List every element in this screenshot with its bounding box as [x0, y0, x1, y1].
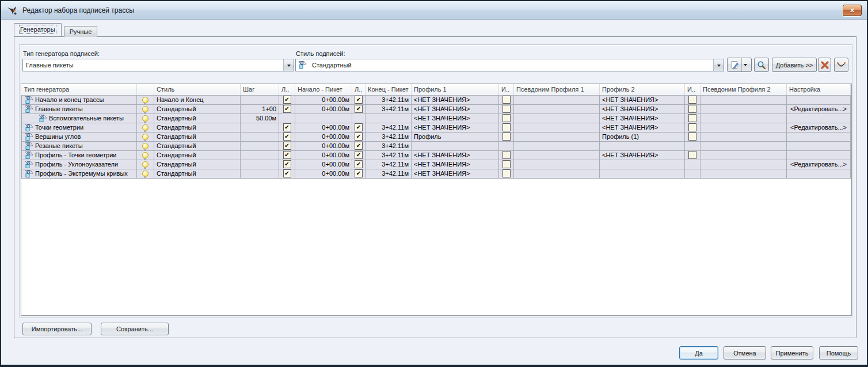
cancel-button[interactable]: Отмена [724, 346, 766, 360]
cell-end_on[interactable]: ✔ [352, 160, 366, 169]
cell-style[interactable]: Начало и Конец [154, 95, 241, 104]
cell-profile1[interactable]: <НЕТ ЗНАЧЕНИЯ> [412, 123, 499, 132]
cell-style[interactable]: Стандартный [154, 123, 241, 132]
checkbox-checked[interactable]: ✔ [355, 96, 363, 104]
cell-profile1[interactable]: <НЕТ ЗНАЧЕНИЯ> [412, 95, 499, 104]
cell-setting[interactable]: <Редактировать...> [787, 160, 851, 169]
label-style-select[interactable]: A Стандартный [295, 59, 724, 71]
checkbox-unchecked[interactable] [688, 105, 696, 113]
cell-style[interactable]: Стандартный [154, 150, 241, 160]
expressions-button[interactable] [834, 58, 848, 72]
help-button[interactable]: Помощь [819, 346, 858, 360]
checkbox-checked[interactable]: ✔ [355, 160, 363, 168]
checkbox-unchecked[interactable] [688, 114, 696, 122]
cell-type[interactable]: AВспомогательные пикеты [22, 113, 137, 123]
cell-bulb[interactable] [137, 160, 154, 169]
cell-end_on[interactable]: ✔ [352, 95, 366, 104]
cell-profile2_on[interactable] [685, 150, 701, 160]
cell-style[interactable]: Стандартный [154, 141, 241, 150]
generator-type-select[interactable]: Главные пикеты [22, 59, 294, 71]
cell-step[interactable]: 1+00 [241, 104, 279, 113]
cell-start_on[interactable]: ✔ [279, 95, 295, 104]
checkbox-checked[interactable]: ✔ [283, 142, 291, 150]
cell-profile1[interactable]: <НЕТ ЗНАЧЕНИЯ> [412, 160, 499, 169]
cell-start_on[interactable]: ✔ [279, 123, 295, 132]
cell-type[interactable]: AПрофиль - Экстремумы кривых [22, 169, 137, 178]
cell-bulb[interactable] [137, 132, 154, 141]
cell-start_on[interactable]: ✔ [279, 141, 295, 150]
cell-start_on[interactable]: ✔ [279, 150, 295, 160]
checkbox-unchecked[interactable] [502, 160, 511, 168]
cell-profile2[interactable]: <НЕТ ЗНАЧЕНИЯ> [600, 113, 685, 123]
cell-profile1[interactable]: Профиль [412, 132, 499, 141]
cell-type[interactable]: AТочки геометрии [22, 123, 137, 132]
cell-end_on[interactable]: ✔ [352, 150, 366, 160]
cell-bulb[interactable] [137, 113, 154, 123]
preview-style-button[interactable] [754, 58, 769, 72]
cell-type[interactable]: AНачало и конец трассы [22, 95, 137, 104]
edit-style-dropdown[interactable] [741, 58, 749, 71]
checkbox-checked[interactable]: ✔ [355, 105, 363, 113]
checkbox-unchecked[interactable] [502, 96, 511, 104]
tab-generators[interactable]: Генераторы [14, 23, 62, 36]
cell-end_on[interactable]: ✔ [352, 123, 366, 132]
checkbox-checked[interactable]: ✔ [355, 151, 363, 159]
cell-bulb[interactable] [137, 104, 154, 113]
checkbox-checked[interactable]: ✔ [355, 133, 363, 141]
checkbox-unchecked[interactable] [502, 105, 511, 113]
checkbox-unchecked[interactable] [502, 114, 511, 122]
checkbox-unchecked[interactable] [502, 151, 511, 159]
cell-profile2[interactable]: <НЕТ ЗНАЧЕНИЯ> [600, 150, 685, 160]
checkbox-checked[interactable]: ✔ [355, 123, 363, 131]
import-button[interactable]: Импортировать... [22, 323, 92, 335]
cell-end_on[interactable]: ✔ [352, 132, 366, 141]
cell-step[interactable]: 50.00м [241, 113, 279, 123]
cell-setting[interactable]: <Редактировать...> [787, 104, 851, 113]
checkbox-unchecked[interactable] [502, 123, 511, 131]
cell-profile1_on[interactable] [499, 150, 514, 160]
ok-button[interactable]: Да [679, 346, 718, 360]
checkbox-checked[interactable]: ✔ [283, 123, 291, 131]
cell-profile1_on[interactable] [499, 104, 514, 113]
checkbox-checked[interactable]: ✔ [283, 151, 291, 159]
checkbox-unchecked[interactable] [688, 151, 696, 159]
cell-profile1[interactable]: <НЕТ ЗНАЧЕНИЯ> [412, 104, 499, 113]
cell-profile1_on[interactable] [499, 169, 514, 178]
cell-profile2_on[interactable] [685, 123, 701, 132]
tab-manual[interactable]: Ручные [64, 26, 98, 37]
checkbox-unchecked[interactable] [502, 169, 511, 177]
checkbox-unchecked[interactable] [688, 96, 696, 104]
checkbox-checked[interactable]: ✔ [283, 169, 291, 177]
cell-start_on[interactable]: ✔ [279, 160, 295, 169]
cell-bulb[interactable] [137, 141, 154, 150]
cell-bulb[interactable] [137, 123, 154, 132]
cell-end_on[interactable]: ✔ [352, 169, 366, 178]
cell-type[interactable]: AВершины углов [22, 132, 137, 141]
checkbox-unchecked[interactable] [688, 133, 696, 141]
cell-profile1_on[interactable] [499, 160, 514, 169]
cell-profile1_on[interactable] [499, 95, 514, 104]
apply-button[interactable]: Применить [771, 346, 813, 360]
delete-row-button[interactable] [818, 58, 831, 72]
checkbox-unchecked[interactable] [502, 133, 511, 141]
cell-profile1_on[interactable] [499, 123, 514, 132]
cell-style[interactable]: Стандартный [154, 160, 241, 169]
cell-profile2_on[interactable] [685, 113, 701, 123]
cell-profile1[interactable]: <НЕТ ЗНАЧЕНИЯ> [412, 150, 499, 160]
close-button[interactable]: ✕ [843, 5, 862, 16]
checkbox-checked[interactable]: ✔ [283, 105, 291, 113]
cell-type[interactable]: AРезаные пикеты [22, 141, 137, 150]
cell-profile2[interactable]: <НЕТ ЗНАЧЕНИЯ> [600, 95, 685, 104]
cell-style[interactable]: Стандартный [154, 132, 241, 141]
cell-profile1_on[interactable] [499, 113, 514, 123]
cell-profile2_on[interactable] [685, 132, 701, 141]
cell-profile1[interactable]: <НЕТ ЗНАЧЕНИЯ> [412, 169, 499, 178]
cell-bulb[interactable] [137, 169, 154, 178]
cell-profile2[interactable]: Профиль (1) [600, 132, 685, 141]
cell-type[interactable]: AГлавные пикеты [22, 104, 137, 113]
cell-end_on[interactable]: ✔ [352, 141, 366, 150]
cell-profile2_on[interactable] [685, 104, 701, 113]
cell-type[interactable]: AПрофиль - Точки геометрии [22, 150, 137, 160]
cell-end_on[interactable]: ✔ [352, 104, 366, 113]
save-button[interactable]: Сохранить... [101, 323, 169, 335]
